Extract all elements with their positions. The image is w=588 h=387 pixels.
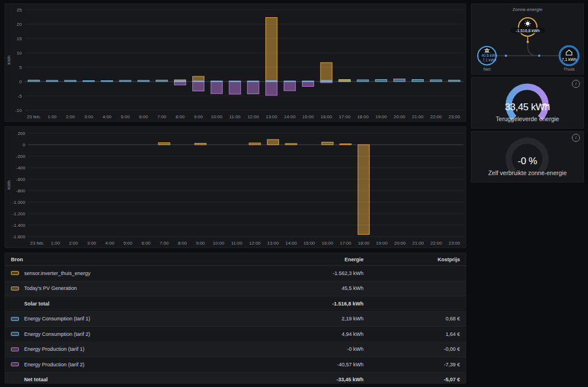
sun-icon: [524, 20, 531, 26]
bar-energy-consumption: [412, 80, 423, 82]
solar-node-label: Zonne-energie: [471, 7, 583, 12]
x-tick-label: 5:00: [121, 114, 130, 119]
bar-energy-consumption: [192, 81, 204, 82]
x-tick-label: 1:00: [48, 114, 57, 119]
source-label: Net totaal: [24, 377, 48, 382]
inverter-energy-bar-chart[interactable]: 2000-200-400-600-800-1.000-1.200-1.400-1…: [5, 127, 466, 248]
y-axis-label: kWh: [6, 180, 11, 189]
cell-bron: sensor.inverter_thuis_energy: [11, 270, 260, 276]
swatch-spacer: [11, 301, 19, 305]
x-tick-label: 18:00: [358, 241, 370, 246]
bar-energy-consumption: [47, 80, 58, 82]
bar-energy-consumption: [302, 81, 314, 82]
y-tick-label: -10: [15, 108, 22, 113]
y-tick-label: 200: [18, 131, 26, 136]
solar-production-value: -1.516,8 kWh: [510, 28, 545, 33]
y-tick-label: -800: [16, 188, 26, 194]
bar-energy-consumption: [119, 80, 131, 82]
source-label: sensor.inverter_thuis_energy: [24, 270, 91, 276]
x-tick-label: 6:00: [139, 114, 148, 119]
table-row: Solar total-1.516,8 kWh: [5, 296, 466, 312]
cell-bron: Net totaal: [11, 377, 260, 382]
x-tick-label: 22:00: [430, 114, 442, 119]
bar-energy-consumption: [284, 81, 296, 82]
bar-energy-production: [211, 82, 222, 94]
cell-bron: Solar total: [11, 301, 260, 307]
x-tick-label: 3:00: [84, 114, 94, 119]
x-tick-label: 13:00: [267, 241, 279, 246]
y-tick-label: 15: [17, 36, 22, 41]
table-row: Net totaal-33,45 kWh-5,07 €: [5, 373, 466, 384]
y-tick-label: 25: [17, 7, 22, 13]
grafana-energy-dashboard: { "ui": { "info_icon": "i" }, "colors": …: [0, 0, 588, 387]
x-tick-label: 10:00: [211, 114, 223, 119]
y-tick-label: -600: [16, 177, 26, 182]
x-tick-label: 17:00: [340, 241, 352, 246]
panel-energy-table: Bron Energie Kostprijs sensor.inverter_t…: [5, 253, 466, 384]
panel-self-consumed-gauge: i -0 % Zelf verbruikte zonne-energie: [471, 131, 584, 183]
x-tick-label: 12:00: [249, 241, 261, 246]
bar-sensor-inverter-thuis-energy: [322, 142, 333, 145]
x-tick-label: 15:00: [302, 114, 314, 119]
gauge-value: 33,45 kWh: [471, 102, 583, 113]
bar-energy-consumption: [339, 80, 350, 82]
hourly-energy-bar-chart[interactable]: 2520151050-5-1023 feb.1:002:003:004:005:…: [5, 4, 466, 122]
x-tick-label: 17:00: [339, 114, 351, 119]
home-node-circle[interactable]: [560, 47, 579, 65]
cell-bron: Energy Production (tarif 1): [11, 346, 260, 352]
cell-kostprijs: -5,07 €: [363, 377, 460, 382]
table-row: Energy Consumption (tarif 2)4,94 kWh1,64…: [5, 327, 466, 342]
x-tick-label: 12:00: [247, 114, 260, 119]
x-tick-label: 15:00: [304, 241, 316, 246]
cell-energie: -1.562,3 kWh: [260, 270, 363, 276]
x-tick-label: 21:00: [412, 241, 424, 246]
bar-energy-production: [192, 82, 204, 91]
y-tick-label: -1.400: [12, 223, 25, 228]
energy-flow-graphic: [471, 4, 583, 74]
bar-energy-consumption: [266, 81, 277, 82]
cell-energie: -33,45 kWh: [260, 377, 363, 382]
x-tick-label: 23 feb.: [30, 241, 44, 246]
x-tick-label: 11:00: [231, 241, 242, 246]
bar-energy-consumption: [247, 81, 259, 82]
gauge-label: Zelf verbruikte zonne-energie: [471, 169, 583, 176]
x-tick-label: 22:00: [431, 241, 443, 246]
x-tick-label: 2:00: [66, 114, 75, 119]
y-tick-label: -5: [18, 94, 22, 99]
bar-energy-production: [247, 82, 259, 94]
bar-energy-production: [229, 82, 241, 94]
bar-sensor-inverter-thuis-energy: [195, 144, 206, 145]
y-tick-label: 10: [17, 51, 22, 56]
source-label: Energy Consumption (tarif 1): [24, 316, 90, 322]
home-consumption-value: 7,1 kWh: [555, 57, 583, 61]
home-node-label: Thuis: [555, 67, 583, 72]
cell-bron: Energy Production (tarif 2): [11, 362, 260, 367]
cell-energie: 4,94 kWh: [260, 331, 363, 337]
x-tick-label: 16:00: [320, 114, 332, 119]
bar-energy-consumption: [320, 80, 332, 82]
bar-energy-production: [175, 82, 186, 85]
x-tick-label: 18:00: [357, 114, 369, 119]
bar-energy-consumption: [211, 81, 222, 82]
table-row: Today's PV Generation45,5 kWh: [5, 281, 466, 297]
bar-energy-consumption: [430, 80, 442, 82]
cell-bron: Energy Consumption (tarif 2): [11, 331, 260, 337]
x-tick-label: 19:00: [376, 114, 388, 119]
x-tick-label: 21:00: [412, 114, 424, 119]
bar-sensor-inverter-thuis-energy: [267, 140, 278, 145]
y-tick-label: -1.000: [12, 200, 25, 205]
cell-bron: Energy Consumption (tarif 1): [11, 316, 260, 322]
bar-energy-consumption: [83, 81, 94, 82]
cell-kostprijs: 1,64 €: [363, 331, 460, 337]
y-tick-label: -1.600: [12, 234, 25, 239]
bar-solar: [320, 63, 332, 82]
x-tick-label: 7:00: [160, 241, 169, 246]
gauge-value: -0 %: [471, 156, 583, 167]
bar-energy-consumption: [156, 80, 168, 82]
x-tick-label: 3:00: [87, 241, 96, 246]
bar-energy-consumption: [394, 79, 405, 82]
x-tick-label: 23:00: [448, 114, 461, 119]
solar-flow-dot: [527, 41, 529, 43]
bar-sensor-inverter-thuis-energy: [158, 143, 170, 145]
column-header-bron: Bron: [11, 257, 260, 262]
